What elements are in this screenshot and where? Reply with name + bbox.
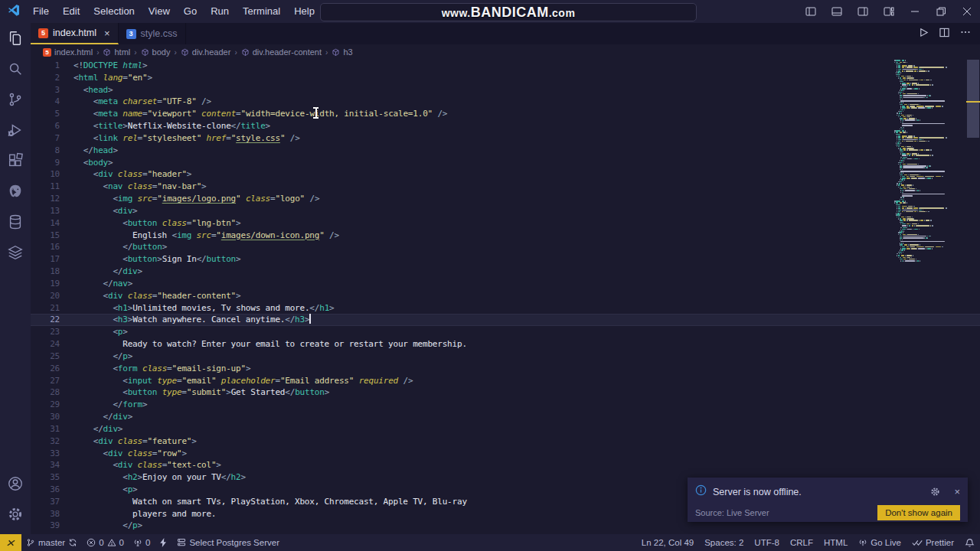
prettier-status[interactable]: Prettier: [906, 534, 959, 551]
code-line[interactable]: 16 </button>: [31, 241, 980, 253]
breadcrumb-item-index.html[interactable]: 5index.html: [43, 47, 93, 57]
code-line[interactable]: 19 </nav>: [31, 278, 980, 290]
remote-indicator[interactable]: [0, 534, 21, 551]
code-line[interactable]: 31 </div>: [31, 423, 980, 435]
account-icon[interactable]: [0, 468, 31, 499]
menu-view[interactable]: View: [142, 0, 177, 23]
menu-terminal[interactable]: Terminal: [236, 0, 287, 23]
code-line[interactable]: 28 <button type="submit">Get Started</bu…: [31, 386, 980, 399]
source-control-icon[interactable]: [0, 84, 31, 115]
scrollbar-cursor-marker: [966, 101, 980, 103]
code-line[interactable]: 26 <form class="email-sign-up">: [31, 363, 980, 375]
menu-help[interactable]: Help: [287, 0, 322, 23]
restore-button[interactable]: [928, 0, 954, 23]
layers-icon[interactable]: [0, 237, 31, 268]
tab-label: index.html: [53, 28, 96, 38]
code-line[interactable]: 2<html lang="en">: [31, 72, 980, 84]
menu-selection[interactable]: Selection: [87, 0, 141, 23]
go-live-button[interactable]: Go Live: [853, 534, 906, 551]
menu-edit[interactable]: Edit: [56, 0, 87, 23]
extensions-icon[interactable]: [0, 145, 31, 176]
code-line[interactable]: 6 <title>Netflix-Website-clone</title>: [31, 120, 980, 132]
problems-status[interactable]: 0 0: [82, 534, 129, 551]
line-number: 35: [31, 471, 60, 484]
code-line[interactable]: 13 <div>: [31, 205, 980, 217]
customize-layout-icon[interactable]: [876, 0, 902, 23]
code-line[interactable]: 29 </form>: [31, 399, 980, 411]
eol-status[interactable]: CRLF: [785, 534, 818, 551]
code-line[interactable]: 23 <p>: [31, 326, 980, 338]
activity-bar: [0, 23, 31, 534]
run-file-icon[interactable]: [919, 27, 929, 41]
code-line[interactable]: 9 <body>: [31, 157, 980, 169]
code-line[interactable]: 34 <div class="text-col">: [31, 459, 980, 471]
more-actions-icon[interactable]: [960, 27, 971, 41]
code-line[interactable]: 3 <head>: [31, 84, 980, 96]
tab-index.html[interactable]: 5index.html×: [31, 23, 119, 44]
code-line[interactable]: 21 <h1>Unlimited movies, Tv shows and mo…: [31, 302, 980, 315]
line-number: 23: [31, 326, 60, 338]
ports-status[interactable]: 0: [129, 534, 155, 551]
code-line[interactable]: 8 </head>: [31, 145, 980, 157]
code-line[interactable]: 12 <img src="images/logo.png" class="log…: [31, 193, 980, 205]
tab-style.css[interactable]: 3style.css: [119, 23, 186, 44]
breadcrumb-item-h3[interactable]: h3: [332, 47, 352, 57]
dont-show-again-button[interactable]: Don't show again: [877, 505, 960, 520]
menu-file[interactable]: File: [26, 0, 56, 23]
breadcrumb-item-div.header-content[interactable]: div.header-content: [241, 47, 322, 57]
code-line[interactable]: 10 <div class="header">: [31, 168, 980, 181]
toggle-sidebar-icon[interactable]: [798, 0, 824, 23]
code-line[interactable]: 22 <h3>Watch anywhere. Cancel anytime.</…: [31, 314, 980, 326]
settings-gear-icon[interactable]: [0, 499, 31, 530]
code-line[interactable]: 33 <div class="row">: [31, 448, 980, 460]
search-icon[interactable]: [0, 54, 31, 84]
cursor-position-status[interactable]: Ln 22, Col 49: [636, 534, 699, 551]
notifications-bell-icon[interactable]: [959, 534, 980, 551]
tab-close-icon[interactable]: ×: [104, 28, 110, 39]
code-line[interactable]: 18 </div>: [31, 266, 980, 278]
notification-settings-icon[interactable]: [930, 487, 940, 497]
scrollbar-thumb[interactable]: [967, 60, 979, 138]
toggle-secondary-sidebar-icon[interactable]: [850, 0, 876, 23]
git-branch-status[interactable]: master: [21, 534, 82, 551]
code-line[interactable]: 32 <div class="feature">: [31, 435, 980, 448]
code-editor[interactable]: 1<!DOCTYPE html>2<html lang="en">3 <head…: [31, 60, 980, 534]
flash-status-icon[interactable]: [155, 534, 172, 551]
editor-scrollbar[interactable]: [966, 60, 980, 534]
database-icon[interactable]: [0, 207, 31, 237]
breadcrumb-item-html[interactable]: html: [103, 47, 130, 57]
code-line[interactable]: 1<!DOCTYPE html>: [31, 60, 980, 72]
menu-go[interactable]: Go: [177, 0, 204, 23]
minimap[interactable]: [893, 60, 943, 534]
run-debug-icon[interactable]: [0, 115, 31, 145]
toggle-panel-icon[interactable]: [824, 0, 850, 23]
code-line[interactable]: 14 <button class="lng-btn">: [31, 217, 980, 230]
code-line[interactable]: 11 <nav class="nav-bar">: [31, 181, 980, 193]
split-editor-icon[interactable]: [939, 27, 949, 41]
breadcrumb-separator: ›: [234, 48, 237, 57]
code-line[interactable]: 17 <button>Sign In</button>: [31, 253, 980, 266]
explorer-icon[interactable]: [0, 23, 31, 54]
breadcrumb-item-div.header[interactable]: div.header: [181, 47, 231, 57]
code-line[interactable]: 4 <meta charset="UTF-8" />: [31, 96, 980, 108]
menu-run[interactable]: Run: [204, 0, 236, 23]
notification-close-icon[interactable]: ×: [954, 486, 960, 497]
postgres-explorer-icon[interactable]: [0, 176, 31, 207]
indentation-status[interactable]: Spaces: 2: [699, 534, 749, 551]
breadcrumb-item-body[interactable]: body: [141, 47, 171, 57]
code-line[interactable]: 7 <link rel="stylesheet" href="style.css…: [31, 132, 980, 145]
code-line[interactable]: 24 Ready to watch? Enter your email to c…: [31, 338, 980, 350]
line-number: 6: [31, 120, 60, 132]
command-center[interactable]: www.BANDICAM.com: [320, 3, 697, 21]
code-line[interactable]: 5 <meta name="viewport" content="width=d…: [31, 108, 980, 120]
code-line[interactable]: 15 English <img src="images/down-icon.pn…: [31, 230, 980, 242]
code-line[interactable]: 25 </p>: [31, 350, 980, 363]
code-line[interactable]: 27 <input type="email" placeholder="Emai…: [31, 375, 980, 387]
postgres-server-status[interactable]: Select Postgres Server: [172, 534, 284, 551]
code-line[interactable]: 20 <div class="header-content">: [31, 290, 980, 302]
language-mode-status[interactable]: HTML: [818, 534, 853, 551]
code-line[interactable]: 30 </div>: [31, 411, 980, 423]
minimize-button[interactable]: [902, 0, 928, 23]
encoding-status[interactable]: UTF-8: [749, 534, 785, 551]
close-button[interactable]: [954, 0, 980, 23]
